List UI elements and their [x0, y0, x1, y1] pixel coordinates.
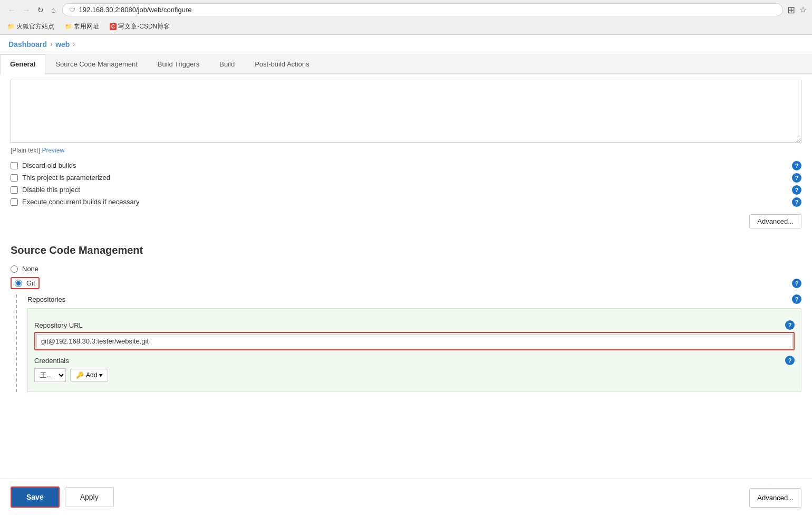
url-text: 192.168.30.2:8080/job/web/configure	[79, 6, 776, 14]
radio-none[interactable]	[11, 265, 18, 273]
help-icon-credentials[interactable]: ?	[785, 356, 795, 365]
bookmark-csdn[interactable]: C 写文章-CSDN博客	[108, 21, 172, 32]
checkbox-disable-label[interactable]: Disable this project	[22, 186, 80, 194]
help-icon-git[interactable]: ?	[792, 279, 801, 288]
bookmark-icon[interactable]: ☆	[799, 5, 807, 15]
url-input-wrapper	[34, 332, 795, 350]
browser-toolbar: ← → ↻ ⌂ 🛡 192.168.30.2:8080/job/web/conf…	[0, 0, 812, 20]
scm-section-title: Source Code Management	[11, 239, 801, 256]
checkbox-discard-label[interactable]: Discard old builds	[22, 161, 76, 169]
checkbox-disable[interactable]	[11, 186, 18, 194]
radio-git-label[interactable]: Git	[26, 279, 35, 287]
page-wrapper: Dashboard › web › General Source Code Ma…	[0, 35, 812, 508]
credentials-label: Credentials	[34, 357, 69, 365]
radio-row-none: None	[11, 265, 801, 273]
repo-url-label-row: Repository URL ?	[34, 320, 795, 330]
checkbox-parameterized[interactable]	[11, 174, 18, 182]
repositories-text: Repositories	[27, 295, 65, 303]
security-icon: 🛡	[69, 6, 75, 14]
breadcrumb-web[interactable]: web	[55, 40, 70, 49]
breadcrumb-dashboard[interactable]: Dashboard	[8, 40, 47, 49]
git-option-box: Git	[11, 277, 40, 289]
forward-button[interactable]: →	[20, 5, 33, 15]
repo-url-input[interactable]	[36, 334, 792, 348]
help-icon-concurrent[interactable]: ?	[792, 197, 801, 207]
help-icon-disable[interactable]: ?	[792, 185, 801, 195]
tab-post-build[interactable]: Post-build Actions	[245, 54, 319, 73]
repositories-section: Repositories ? Repository URL ? Credenti…	[16, 294, 801, 392]
checkbox-row-concurrent: Execute concurrent builds if necessary ?	[11, 198, 801, 206]
help-icon-parameterized[interactable]: ?	[792, 173, 801, 183]
description-textarea[interactable]	[11, 80, 801, 143]
bookmark-huhu[interactable]: 📁 火狐官方站点	[5, 21, 56, 32]
credentials-add-row: 王... 🔑 Add ▾	[34, 368, 795, 382]
checkbox-row-disable: Disable this project ?	[11, 186, 801, 194]
repo-url-label: Repository URL	[34, 321, 83, 329]
credentials-select[interactable]: 王...	[34, 368, 66, 382]
radio-row-git: Git ?	[11, 277, 801, 289]
breadcrumb-sep-1: ›	[50, 41, 52, 48]
refresh-button[interactable]: ↻	[35, 5, 46, 15]
folder-icon-1: 📁	[7, 23, 15, 30]
back-button[interactable]: ←	[5, 5, 18, 15]
help-icon-repos[interactable]: ?	[792, 294, 801, 304]
add-dropdown-icon: ▾	[99, 371, 102, 379]
help-icon-repo-url[interactable]: ?	[785, 320, 795, 330]
breadcrumb-sep-2: ›	[73, 41, 75, 48]
extensions-icon[interactable]: ⊞	[787, 4, 795, 16]
advanced-button[interactable]: Advanced...	[749, 214, 801, 228]
checkbox-concurrent[interactable]	[11, 198, 18, 206]
preview-link[interactable]: Preview	[42, 147, 64, 154]
checkbox-concurrent-label[interactable]: Execute concurrent builds if necessary	[22, 198, 140, 206]
tab-content-general: [Plain text] Preview Discard old builds …	[0, 80, 812, 403]
add-icon: 🔑	[76, 371, 84, 379]
action-buttons-bar: Save Apply	[0, 479, 812, 508]
checkbox-row-parameterized: This project is parameterized ?	[11, 174, 801, 182]
nav-buttons: ← → ↻ ⌂	[5, 5, 58, 15]
checkbox-parameterized-label[interactable]: This project is parameterized	[22, 174, 110, 182]
radio-none-label[interactable]: None	[22, 265, 38, 273]
tab-general[interactable]: General	[0, 54, 45, 74]
tab-build[interactable]: Build	[209, 54, 245, 73]
bottom-advanced-button[interactable]: Advanced...	[749, 488, 801, 508]
bookmark-label-1: 火狐官方站点	[16, 22, 54, 31]
browser-actions: ⊞ ☆	[787, 4, 807, 16]
tab-build-triggers[interactable]: Build Triggers	[148, 54, 209, 73]
text-format-links: [Plain text] Preview	[11, 147, 801, 154]
address-bar[interactable]: 🛡 192.168.30.2:8080/job/web/configure	[62, 3, 783, 16]
home-button[interactable]: ⌂	[49, 5, 58, 15]
help-icon-discard[interactable]: ?	[792, 161, 801, 170]
add-credentials-button[interactable]: 🔑 Add ▾	[70, 369, 108, 382]
tab-scm[interactable]: Source Code Management	[45, 54, 147, 73]
bookmarks-bar: 📁 火狐官方站点 📁 常用网址 C 写文章-CSDN博客	[0, 20, 812, 34]
credentials-row: Credentials ?	[34, 356, 795, 365]
radio-git[interactable]	[15, 280, 22, 287]
checkbox-row-discard: Discard old builds ?	[11, 161, 801, 169]
add-label: Add	[86, 371, 97, 379]
bookmark-label-2: 常用网址	[74, 22, 99, 31]
description-area	[11, 80, 801, 145]
bookmark-common[interactable]: 📁 常用网址	[63, 21, 101, 32]
bookmark-label-3: 写文章-CSDN博客	[118, 22, 170, 31]
save-button[interactable]: Save	[11, 487, 60, 508]
browser-chrome: ← → ↻ ⌂ 🛡 192.168.30.2:8080/job/web/conf…	[0, 0, 812, 35]
checkbox-discard[interactable]	[11, 162, 18, 169]
folder-icon-2: 📁	[65, 23, 72, 30]
repositories-label: Repositories ?	[27, 294, 801, 304]
plain-text-label: [Plain text]	[11, 147, 40, 154]
csdn-icon: C	[110, 23, 117, 30]
tab-bar: General Source Code Management Build Tri…	[0, 54, 812, 74]
apply-button[interactable]: Apply	[65, 487, 114, 507]
advanced-btn-row: Advanced...	[11, 214, 801, 228]
breadcrumb: Dashboard › web ›	[0, 35, 812, 54]
